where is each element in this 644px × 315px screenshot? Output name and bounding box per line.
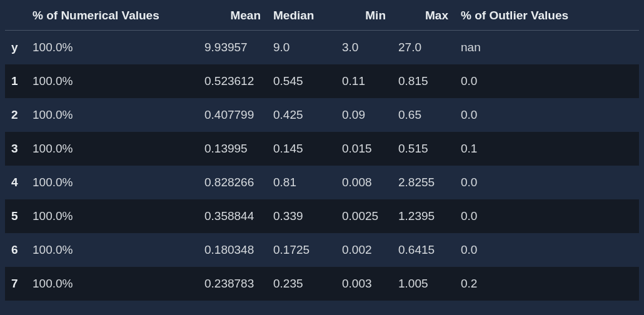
col-median: Median [267,0,336,31]
cell-median: 0.339 [267,199,336,233]
cell-max: 27.0 [392,31,455,65]
cell-min: 0.002 [336,233,392,267]
cell-pct-numerical: 100.0% [26,31,198,65]
cell-median: 0.545 [267,64,336,98]
col-pct-outlier: % of Outlier Values [455,0,639,31]
table-row: 3 100.0% 0.13995 0.145 0.015 0.515 0.1 [5,132,639,166]
cell-mean: 0.407799 [198,98,267,132]
cell-min: 3.0 [336,31,392,65]
row-label: 7 [5,267,26,301]
row-label: 4 [5,166,26,199]
cell-pct-numerical: 100.0% [26,98,198,132]
table-row: 5 100.0% 0.358844 0.339 0.0025 1.2395 0.… [5,199,639,233]
cell-mean: 0.180348 [198,233,267,267]
cell-pct-outlier: 0.2 [455,267,639,301]
cell-median: 0.425 [267,98,336,132]
cell-median: 0.1725 [267,233,336,267]
cell-mean: 0.523612 [198,64,267,98]
cell-min: 0.11 [336,64,392,98]
cell-max: 0.6415 [392,233,455,267]
cell-mean: 0.238783 [198,267,267,301]
cell-mean: 0.358844 [198,199,267,233]
cell-max: 2.8255 [392,166,455,199]
cell-pct-numerical: 100.0% [26,233,198,267]
cell-pct-numerical: 100.0% [26,132,198,166]
row-label: 6 [5,233,26,267]
col-mean: Mean [198,0,267,31]
table-row: y 100.0% 9.93957 9.0 3.0 27.0 nan [5,31,639,65]
cell-mean: 0.13995 [198,132,267,166]
table-row: 2 100.0% 0.407799 0.425 0.09 0.65 0.0 [5,98,639,132]
cell-mean: 9.93957 [198,31,267,65]
cell-pct-numerical: 100.0% [26,199,198,233]
cell-median: 0.81 [267,166,336,199]
col-min: Min [336,0,392,31]
row-label: 1 [5,64,26,98]
cell-pct-outlier: 0.1 [455,132,639,166]
cell-pct-outlier: 0.0 [455,166,639,199]
cell-min: 0.0025 [336,199,392,233]
cell-pct-numerical: 100.0% [26,64,198,98]
cell-min: 0.003 [336,267,392,301]
cell-min: 0.09 [336,98,392,132]
cell-min: 0.008 [336,166,392,199]
table-header: % of Numerical Values Mean Median Min Ma… [5,0,639,31]
table-row: 4 100.0% 0.828266 0.81 0.008 2.8255 0.0 [5,166,639,199]
cell-pct-outlier: nan [455,31,639,65]
col-max: Max [392,0,455,31]
row-label: 2 [5,98,26,132]
cell-median: 9.0 [267,31,336,65]
cell-max: 1.005 [392,267,455,301]
table-row: 1 100.0% 0.523612 0.545 0.11 0.815 0.0 [5,64,639,98]
cell-pct-numerical: 100.0% [26,267,198,301]
cell-median: 0.235 [267,267,336,301]
row-label: 3 [5,132,26,166]
cell-pct-numerical: 100.0% [26,166,198,199]
table-body: y 100.0% 9.93957 9.0 3.0 27.0 nan 1 100.… [5,31,639,301]
cell-pct-outlier: 0.0 [455,199,639,233]
cell-median: 0.145 [267,132,336,166]
cell-max: 1.2395 [392,199,455,233]
col-pct-numerical: % of Numerical Values [26,0,198,31]
row-label: y [5,31,26,65]
cell-mean: 0.828266 [198,166,267,199]
cell-min: 0.015 [336,132,392,166]
cell-pct-outlier: 0.0 [455,233,639,267]
stats-table: % of Numerical Values Mean Median Min Ma… [5,0,639,301]
col-blank [5,0,26,31]
table-row: 7 100.0% 0.238783 0.235 0.003 1.005 0.2 [5,267,639,301]
cell-max: 0.65 [392,98,455,132]
table-row: 6 100.0% 0.180348 0.1725 0.002 0.6415 0.… [5,233,639,267]
cell-max: 0.515 [392,132,455,166]
cell-pct-outlier: 0.0 [455,64,639,98]
cell-pct-outlier: 0.0 [455,98,639,132]
row-label: 5 [5,199,26,233]
cell-max: 0.815 [392,64,455,98]
